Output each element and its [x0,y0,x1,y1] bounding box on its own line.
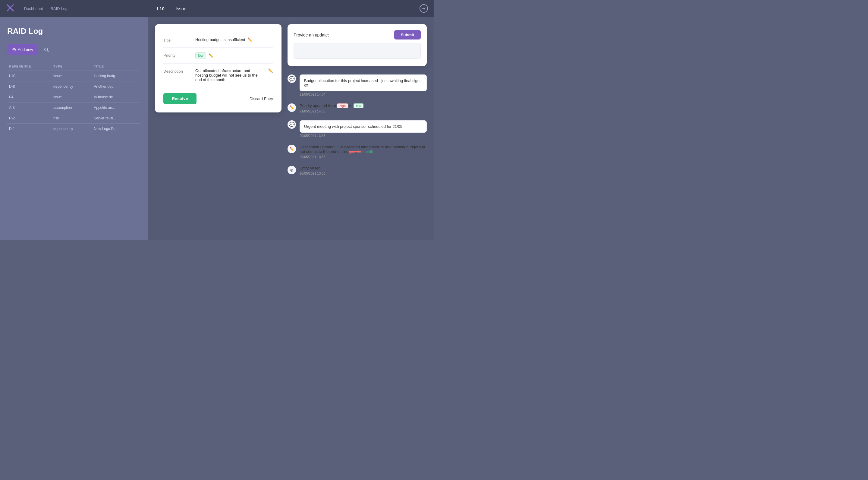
description-field-label: Description [163,68,190,73]
cell-type: issue [52,71,92,82]
timeline-time-2: 21/05/2021 14:03 [300,110,427,113]
update-header: Provide an update: Submit [293,30,421,39]
description-edit-icon[interactable]: ✏️ [268,68,273,73]
navigate-button[interactable]: ➜ [420,4,428,13]
timeline-comment-text-3: Urgent meeting with project sponsor sche… [304,124,402,129]
priority-to-badge: low [353,103,364,108]
nav-links: Dashboard RAID Log [24,6,67,11]
table-row[interactable]: I-4 issue In-house de... [7,92,141,102]
raid-log-title: RAID Log [7,27,141,36]
update-textarea[interactable] [293,43,421,59]
add-new-button[interactable]: ⊕ Add new [7,44,38,55]
cell-title: New Logo D... [92,124,141,134]
timeline-time-5: 20/05/2021 13:36 [300,172,427,175]
priority-update-middle: to [349,103,352,108]
description-field-value: Our allocated infrastructure and hosting… [195,68,273,82]
timeline-text-4: Description updated: Our allocated infra… [300,145,427,154]
timeline-content-4: Description updated: Our allocated infra… [300,145,427,158]
cell-title: Another dep... [92,82,141,92]
issue-sep: | [169,5,171,12]
cell-ref: R-2 [7,113,52,124]
table-row[interactable]: R-2 risk Server reliai... [7,113,141,124]
app-logo [6,4,14,13]
priority-badge: low [195,53,206,59]
strikethrough-word: quarter [349,149,361,154]
nav-dashboard[interactable]: Dashboard [24,6,43,11]
timeline: 💬 Budget allocation for this project inc… [287,71,427,179]
priority-edit-icon[interactable]: ✏️ [209,53,213,58]
raid-log-background: RAID Log ⊕ Add new REFERENCE TYPE TITLE … [0,17,148,240]
timeline-item-1: 💬 Budget allocation for this project inc… [287,71,427,100]
timeline-text-5: Entry raised [300,166,427,170]
title-text: Hosting budget is insufficient [195,37,245,42]
update-label: Provide an update: [293,33,329,37]
cell-ref: D-1 [7,124,52,134]
table-row[interactable]: A-3 assumption Appetite an... [7,102,141,113]
cell-ref: D-8 [7,82,52,92]
timeline-item-2: ✏️ Priority updated from high to low 21/… [287,100,427,117]
description-field-row: Description Our allocated infrastructure… [163,64,273,87]
top-navigation: Dashboard RAID Log I-10 | Issue ➜ [0,0,434,17]
title-edit-icon[interactable]: ✏️ [247,37,252,42]
toolbar: ⊕ Add new [7,44,141,55]
timeline-time-1: 21/05/2021 14:04 [300,93,427,96]
nav-raid-log[interactable]: RAID Log [51,6,67,11]
timeline-item-3: 💬 Urgent meeting with project sponsor sc… [287,117,427,141]
cell-ref: I-10 [7,71,52,82]
description-text: Our allocated infrastructure and hosting… [195,68,264,82]
cell-title: Appetite an... [92,102,141,113]
table-row[interactable]: D-8 dependency Another dep... [7,82,141,92]
col-reference: REFERENCE [7,62,52,71]
timeline-item-5: ⊕ Entry raised 20/05/2021 13:36 [287,162,427,179]
comment-icon-3: 💬 [287,120,296,129]
title-field-value: Hosting budget is insufficient ✏️ [195,37,273,42]
cell-type: assumption [52,102,92,113]
title-field-label: Title [163,37,190,42]
timeline-content-5: Entry raised 20/05/2021 13:36 [300,166,427,175]
col-title: TITLE [92,62,141,71]
search-icon[interactable] [41,45,51,55]
edit-icon-2: ✏️ [287,103,296,112]
table-row[interactable]: I-10 issue Hosting budg... [7,71,141,82]
detail-card: Title Hosting budget is insufficient ✏️ … [155,24,281,113]
resolve-button[interactable]: Resolve [163,93,196,104]
priority-field-value: low ✏️ [195,53,273,59]
timeline-content-2: Priority updated from high to low 21/05/… [300,103,427,113]
timeline-comment-box-3: Urgent meeting with project sponsor sche… [300,120,427,133]
issue-ref: I-10 [157,6,164,11]
timeline-text-2: Priority updated from high to low [300,103,427,108]
card-actions: Resolve Discard Entry [163,87,273,104]
edit-icon-4: ✏️ [287,145,296,153]
cell-type: dependency [52,124,92,134]
submit-button[interactable]: Submit [394,30,421,39]
cell-ref: I-4 [7,92,52,102]
timeline-time-4: 20/05/2021 13:36 [300,155,427,158]
issue-label: Issue [176,6,187,11]
title-field-row: Title Hosting budget is insufficient ✏️ [163,33,273,48]
cell-type: risk [52,113,92,124]
plus-icon: ⊕ [12,47,16,53]
replacement-word: month [362,149,373,154]
update-panel: Provide an update: Submit 💬 Budget alloc… [287,24,427,233]
comment-icon-1: 💬 [287,74,296,83]
panel-area: Title Hosting budget is insufficient ✏️ … [148,17,434,240]
update-card: Provide an update: Submit [287,24,427,66]
cell-title: Server reliai... [92,113,141,124]
cell-ref: A-3 [7,102,52,113]
cell-title: Hosting budg... [92,71,141,82]
issue-header: I-10 | Issue [151,0,192,17]
discard-button[interactable]: Discard Entry [250,96,273,101]
priority-field-row: Priority low ✏️ [163,48,273,64]
priority-field-label: Priority [163,53,190,58]
table-row[interactable]: D-1 dependency New Logo D... [7,124,141,134]
cell-type: issue [52,92,92,102]
raid-table: REFERENCE TYPE TITLE I-10 issue Hosting … [7,62,141,134]
cell-type: dependency [52,82,92,92]
timeline-time-3: 20/05/2021 13:36 [300,134,427,138]
plus-circle-icon: ⊕ [287,166,296,174]
priority-update-prefix: Priority updated from [300,103,336,108]
timeline-item-4: ✏️ Description updated: Our allocated in… [287,141,427,162]
col-type: TYPE [52,62,92,71]
nav-divider [148,0,148,17]
add-new-label: Add new [18,47,33,52]
